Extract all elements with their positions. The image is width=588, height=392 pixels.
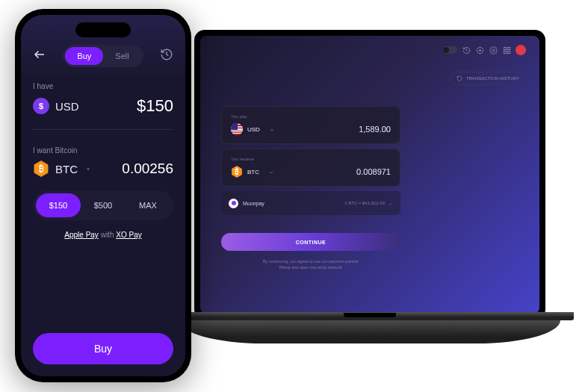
theme-toggle[interactable] — [442, 46, 457, 54]
chevron-down-icon — [268, 165, 274, 178]
provider-selector[interactable]: Moonpay 1 BTC ≈ $41,812.00 — [221, 191, 400, 215]
chevron-down-icon: ▾ — [87, 166, 90, 172]
quick-amount-group: $150 $500 MAX — [33, 190, 173, 220]
desktop-topbar — [442, 45, 526, 55]
want-label: I want Bitcoin — [33, 146, 173, 155]
have-currency-selector[interactable]: $ USD — [33, 98, 79, 114]
svg-rect-7 — [507, 51, 510, 53]
want-amount: 0.00256 — [122, 161, 173, 177]
quick-amount-500[interactable]: $500 — [81, 193, 126, 217]
you-receive-label: You receive — [231, 157, 391, 161]
buy-button[interactable]: Buy — [33, 333, 173, 364]
chevron-down-icon — [388, 196, 393, 210]
tab-sell[interactable]: Sell — [103, 47, 140, 65]
apple-pay-link[interactable]: Apple Pay — [64, 231, 99, 239]
history-icon[interactable] — [462, 46, 471, 55]
have-amount[interactable]: $150 — [137, 96, 173, 116]
svg-rect-4 — [504, 47, 506, 49]
want-currency-selector[interactable]: BTC ▾ — [33, 161, 90, 177]
continue-button[interactable]: CONTINUE — [221, 233, 400, 251]
quick-amount-max[interactable]: MAX — [126, 193, 170, 217]
grid-icon[interactable] — [502, 46, 511, 55]
quick-amount-150[interactable]: $150 — [36, 193, 81, 217]
history-button[interactable] — [160, 48, 173, 64]
btc-icon — [33, 161, 49, 177]
usd-flag-icon — [231, 123, 243, 135]
pay-amount[interactable]: 1,589.00 — [359, 125, 391, 134]
svg-rect-5 — [507, 47, 510, 49]
add-icon[interactable] — [475, 46, 484, 55]
receive-amount: 0.008971 — [356, 167, 391, 176]
desktop-app-screen: TRANSACTION HISTORY You pay USD 1,589.00 — [200, 36, 539, 314]
have-label: I have — [33, 82, 173, 90]
have-ticker: USD — [55, 100, 79, 113]
provider-name: Moonpay — [243, 201, 264, 206]
want-ticker: BTC — [55, 163, 78, 175]
buy-sell-tabs: Buy Sell — [63, 45, 143, 67]
phone-notch — [75, 22, 131, 37]
provider-rate: 1 BTC ≈ $41,812.00 — [344, 201, 385, 205]
receive-currency-selector[interactable]: BTC — [231, 165, 274, 178]
payment-method-text: Apple Pay with XO Pay — [33, 231, 173, 239]
tab-buy[interactable]: Buy — [65, 47, 103, 65]
receive-ticker: BTC — [247, 169, 259, 175]
chevron-down-icon — [269, 122, 275, 136]
usd-icon: $ — [33, 98, 49, 114]
moonpay-icon — [229, 199, 238, 208]
divider — [33, 129, 173, 130]
btc-icon — [231, 166, 243, 178]
mobile-app-screen: Buy Sell I have $ USD $150 I want Bitcoi… — [21, 15, 185, 376]
transaction-history-label: TRANSACTION HISTORY — [466, 76, 519, 81]
you-pay-label: You pay — [231, 114, 391, 119]
xo-pay-link[interactable]: XO Pay — [116, 231, 141, 239]
pay-currency-selector[interactable]: USD — [231, 122, 275, 136]
svg-rect-6 — [504, 51, 506, 53]
transaction-history-button[interactable]: TRANSACTION HISTORY — [450, 72, 526, 85]
you-pay-card: You pay USD 1,589.00 — [221, 106, 400, 144]
pay-ticker: USD — [247, 126, 260, 133]
you-receive-card: You receive BTC 0.008971 — [221, 149, 400, 187]
back-button[interactable] — [33, 48, 46, 64]
avatar[interactable] — [516, 45, 526, 55]
svg-point-3 — [492, 49, 495, 52]
disclaimer: By continuing, you agree to use our paym… — [221, 258, 400, 271]
settings-icon[interactable] — [489, 46, 498, 55]
